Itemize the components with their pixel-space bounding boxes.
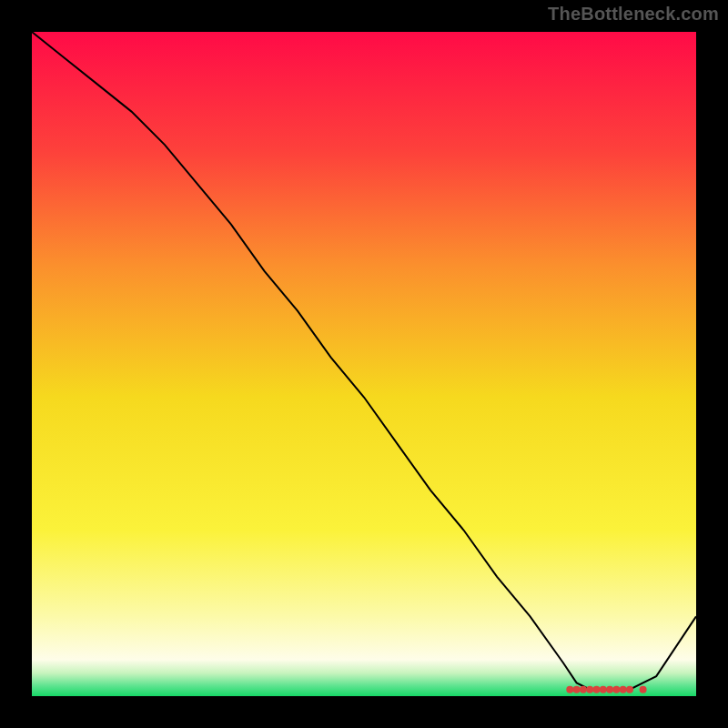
chart-marker	[580, 686, 587, 693]
chart-marker	[600, 686, 607, 693]
chart-marker	[566, 686, 573, 693]
chart-marker	[586, 686, 593, 693]
plot-area	[32, 32, 696, 696]
chart-background	[32, 32, 696, 696]
watermark-text: TheBottleneck.com	[548, 4, 719, 25]
chart-marker	[626, 686, 633, 693]
chart-svg	[32, 32, 696, 696]
chart-marker	[620, 686, 627, 693]
chart-marker	[640, 686, 647, 693]
chart-marker	[612, 686, 620, 693]
chart-marker	[592, 686, 600, 693]
chart-frame: TheBottleneck.com	[0, 0, 728, 728]
chart-marker	[606, 686, 613, 693]
chart-marker	[573, 686, 581, 693]
